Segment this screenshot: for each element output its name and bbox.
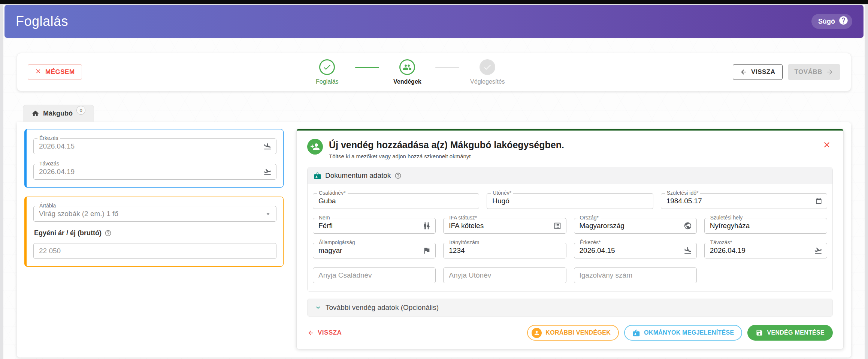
mother-first-name-input[interactable]: [448, 271, 561, 280]
unit-tab-row: Mákgubó 0: [23, 105, 851, 122]
step-foglalas[interactable]: Foglalás: [299, 59, 355, 85]
guest-back-button[interactable]: VISSZA: [307, 329, 342, 336]
guest-arrival-input[interactable]: [579, 246, 681, 255]
back-button-label: VISSZA: [751, 68, 775, 76]
step-vendegek-circle: [399, 59, 415, 75]
step-veglegesites-circle: [480, 59, 495, 75]
mother-last-name-field[interactable]: [313, 267, 436, 283]
birth-place-field[interactable]: Születési hely: [704, 218, 827, 234]
help-icon: [838, 15, 849, 27]
custom-price-field[interactable]: [33, 243, 276, 259]
price-table-value[interactable]: [38, 209, 261, 218]
postal-code-field[interactable]: Irányítószám: [443, 243, 566, 258]
departure-date-input[interactable]: [38, 167, 260, 176]
birth-date-label: Születési idő*: [665, 190, 701, 195]
help-button-label: Súgó: [818, 18, 835, 26]
cancel-button[interactable]: MÉGSEM: [28, 64, 82, 80]
ifa-status-input[interactable]: [448, 221, 550, 230]
last-name-field[interactable]: Családnév*: [313, 193, 479, 209]
guest-departure-label: Távozás*: [708, 240, 734, 245]
flight-land-icon: [263, 142, 272, 150]
show-documents-button[interactable]: OKMÁNYOK MEGJELENÍTÉSE: [624, 325, 742, 341]
calendar-icon[interactable]: [815, 198, 822, 205]
arrow-left-icon: [307, 329, 314, 336]
arrival-date-label: Érkezés: [37, 135, 60, 141]
birth-date-input[interactable]: [666, 197, 812, 206]
country-input[interactable]: [579, 221, 681, 230]
arrow-right-icon: [826, 68, 834, 76]
guest-form-title: Új vendég hozzáadása a(z) Mákgubó lakóeg…: [329, 140, 564, 150]
home-icon: [31, 110, 39, 117]
arrival-date-input[interactable]: [38, 142, 260, 151]
departure-date-field[interactable]: Távozás: [33, 164, 276, 180]
save-guest-button[interactable]: VENDÉG MENTÉSE: [747, 325, 833, 341]
chevron-down-icon[interactable]: [264, 210, 272, 218]
step-vendegek[interactable]: Vendégek: [379, 59, 435, 85]
person-icon: [532, 328, 542, 338]
arrival-date-field[interactable]: Érkezés: [33, 138, 276, 154]
person-add-icon: [307, 139, 323, 155]
guest-form-footer: VISSZA KORÁBBI VENDÉGEK OKMÁNYOK MEGJELE…: [307, 325, 833, 341]
check-icon: [483, 63, 492, 72]
guest-form-card: Új vendég hozzáadása a(z) Mákgubó lakóeg…: [296, 129, 844, 349]
unit-tab-badge: 0: [76, 106, 85, 115]
country-label: Ország*: [578, 215, 601, 220]
flight-land-icon: [684, 246, 692, 255]
cancel-x-icon: [35, 68, 42, 77]
save-guest-label: VENDÉG MENTÉSE: [767, 329, 825, 336]
mother-last-name-input[interactable]: [318, 271, 431, 280]
people-icon: [403, 63, 412, 72]
guest-arrival-field[interactable]: Érkezés*: [574, 243, 697, 258]
stay-dates-panel: Érkezés Távozás: [24, 129, 284, 188]
next-button[interactable]: TOVÁBB: [788, 64, 840, 80]
nationality-input[interactable]: [318, 246, 420, 255]
step-veglegesites-label: Véglegesítés: [470, 78, 505, 85]
step-connector-done: [355, 67, 379, 68]
step-connector-pending: [435, 67, 459, 68]
birth-place-input[interactable]: [709, 221, 822, 230]
birth-date-field[interactable]: Születési idő*: [661, 193, 827, 209]
list-icon: [553, 222, 562, 230]
gender-label: Nem: [317, 215, 332, 220]
help-icon[interactable]: [394, 172, 402, 179]
more-guest-data-accordion[interactable]: További vendég adatok (Opcionális): [307, 299, 833, 317]
mother-first-name-field[interactable]: [443, 267, 566, 283]
help-button[interactable]: Súgó: [811, 14, 852, 29]
guest-departure-field[interactable]: Távozás*: [704, 243, 827, 258]
gender-input[interactable]: [318, 221, 420, 230]
first-name-field[interactable]: Utónév*: [487, 193, 653, 209]
postal-code-label: Irányítószám: [447, 240, 481, 245]
next-button-label: TOVÁBB: [795, 68, 822, 76]
document-data-title: Dokumentum adatok: [325, 171, 391, 180]
nationality-field[interactable]: Állampolgárság: [313, 243, 436, 258]
flight-takeoff-icon: [263, 168, 272, 176]
ifa-status-label: IFA státusz*: [447, 215, 479, 220]
app-header: Foglalás Súgó: [4, 5, 864, 38]
id-badge-icon: [314, 172, 321, 180]
price-table-select[interactable]: Ártábla: [33, 206, 276, 222]
postal-code-input[interactable]: [448, 246, 561, 255]
close-guest-form-button[interactable]: [821, 139, 833, 152]
id-number-input[interactable]: [579, 271, 692, 280]
back-button[interactable]: VISSZA: [733, 64, 782, 80]
stepper-card: MÉGSEM Foglalás Vendégek Végl: [17, 53, 851, 91]
last-name-input[interactable]: [318, 197, 474, 206]
custom-price-input[interactable]: [38, 246, 272, 255]
ifa-status-field[interactable]: IFA státusz*: [443, 218, 566, 234]
id-number-field[interactable]: [574, 267, 697, 283]
price-table-label: Ártábla: [37, 203, 58, 208]
last-name-label: Családnév*: [317, 190, 348, 195]
help-icon[interactable]: [105, 230, 112, 237]
chevron-down-icon: [314, 304, 322, 311]
gender-field[interactable]: Nem: [313, 218, 436, 234]
flight-takeoff-icon: [814, 246, 822, 255]
document-data-header: Dokumentum adatok: [308, 167, 832, 184]
country-field[interactable]: Ország*: [574, 218, 697, 234]
tab-makgubo[interactable]: Mákgubó 0: [23, 105, 94, 122]
check-icon: [323, 63, 332, 72]
show-documents-label: OKMÁNYOK MEGJELENÍTÉSE: [644, 329, 734, 336]
first-name-input[interactable]: [492, 197, 648, 206]
previous-guests-button[interactable]: KORÁBBI VENDÉGEK: [527, 325, 619, 341]
guest-departure-input[interactable]: [709, 246, 811, 255]
step-foglalas-circle: [319, 59, 335, 75]
